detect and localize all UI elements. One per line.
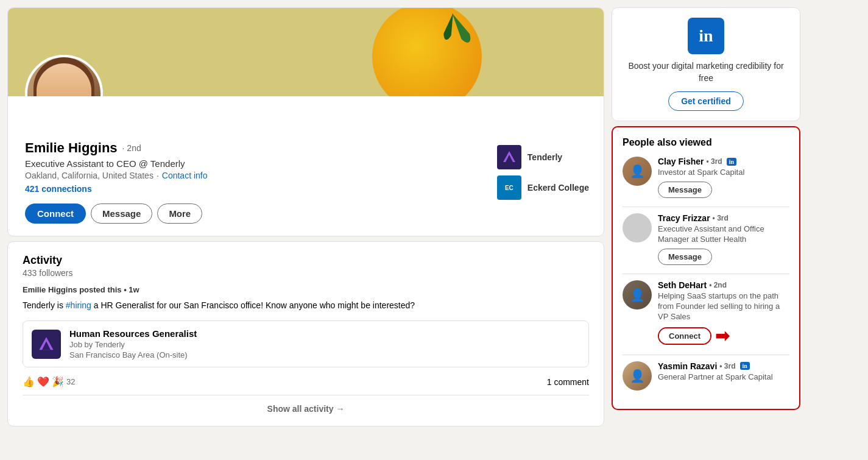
profile-name: Emilie Higgins <box>25 140 118 156</box>
more-button[interactable]: More <box>157 203 202 224</box>
profile-companies: Tenderly EC Eckerd College <box>497 140 589 200</box>
profile-banner <box>8 8 604 96</box>
post-text-prefix: Tenderly is <box>23 300 66 310</box>
tenderly-icon <box>502 150 517 165</box>
pav-name-2: Tracy Frizzar • 3rd <box>658 213 789 223</box>
company-item-eckerd[interactable]: EC Eckerd College <box>497 175 589 200</box>
reactions: 👍 ❤️ 🎉 32 <box>23 376 75 387</box>
show-all-activity[interactable]: Show all activity → <box>23 395 589 414</box>
people-also-viewed-title: People also viewed <box>623 137 789 148</box>
pav-connect-button-3[interactable]: Connect <box>659 328 710 344</box>
pav-person-1: 👤 Clay Fisher • 3rd in Investor at Spark… <box>623 157 789 198</box>
profile-info: Emilie Higgins · 2nd Executive Assistant… <box>25 140 497 224</box>
profile-name-row: Emilie Higgins · 2nd <box>25 140 497 156</box>
activity-followers: 433 followers <box>23 268 589 278</box>
pav-avatar-2 <box>623 213 652 242</box>
company-name-tenderly: Tenderly <box>528 152 562 162</box>
job-location: San Francisco Bay Area (On-site) <box>69 350 197 359</box>
activity-post-text: Tenderly is #hiring a HR Generalist for … <box>23 299 589 312</box>
message-button[interactable]: Message <box>91 203 152 224</box>
pav-divider-2 <box>623 274 789 274</box>
ad-text: Boost your digital marketing credibility… <box>622 60 790 84</box>
job-logo <box>32 330 61 359</box>
pav-name-3: Seth DeHart • 2nd <box>658 280 789 290</box>
red-arrow-icon: ➡ <box>715 326 729 346</box>
profile-title: Executive Assistant to CEO @ Tenderly <box>25 158 497 169</box>
connect-button[interactable]: Connect <box>25 203 86 224</box>
profile-actions: Connect Message More <box>25 203 497 224</box>
banner-decoration-orange <box>372 8 482 96</box>
linkedin-badge-4: in <box>740 362 750 370</box>
job-logo-icon <box>38 336 55 353</box>
pav-headline-3: Helping SaaS startups on the path from F… <box>658 291 789 322</box>
pav-headline-2: Executive Assistant and Office Manager a… <box>658 224 789 245</box>
contact-info-link[interactable]: Contact info <box>162 171 208 180</box>
connect-highlight-row: Connect ➡ <box>658 326 789 346</box>
right-sidebar: in Boost your digital marketing credibil… <box>612 7 800 453</box>
avatar-image <box>27 57 101 96</box>
activity-card: Activity 433 followers Emilie Higgins po… <box>7 241 604 426</box>
avatar <box>25 55 103 96</box>
pav-avatar-4: 👤 <box>623 361 652 391</box>
pav-headline-1: Investor at Spark Capital <box>658 168 789 178</box>
company-name-eckerd: Eckerd College <box>528 183 589 193</box>
post-text-suffix: a HR Generalist for our San Francisco of… <box>91 300 415 310</box>
pav-info-4: Yasmin Razavi • 3rd in General Partner a… <box>658 361 789 386</box>
profile-card: Emilie Higgins · 2nd Executive Assistant… <box>7 7 604 236</box>
profile-degree: · 2nd <box>122 143 141 153</box>
location-text: Oakland, California, United States <box>25 171 153 180</box>
pav-name-4: Yasmin Razavi • 3rd in <box>658 361 789 371</box>
tenderly-logo <box>497 145 521 169</box>
job-title: Human Resources Generalist <box>69 328 197 339</box>
pav-message-button-1[interactable]: Message <box>658 182 712 198</box>
get-certified-button[interactable]: Get certified <box>668 91 744 111</box>
show-all-label: Show all activity → <box>267 404 345 414</box>
pav-message-button-2[interactable]: Message <box>658 249 712 265</box>
pav-info-3: Seth DeHart • 2nd Helping SaaS startups … <box>658 280 789 346</box>
pav-person-2: Tracy Frizzar • 3rd Executive Assistant … <box>623 213 789 265</box>
pav-avatar-3: 👤 <box>623 280 652 310</box>
comments-count: 1 comment <box>547 377 589 387</box>
ad-card: in Boost your digital marketing credibil… <box>612 7 800 121</box>
job-card[interactable]: Human Resources Generalist Job by Tender… <box>23 320 589 367</box>
pav-avatar-1: 👤 <box>623 157 652 186</box>
activity-post-meta: Emilie Higgins posted this • 1w <box>23 285 589 294</box>
pav-person-3: 👤 Seth DeHart • 2nd Helping SaaS startup… <box>623 280 789 346</box>
company-item-tenderly[interactable]: Tenderly <box>497 145 589 169</box>
pav-name-1: Clay Fisher • 3rd in <box>658 157 789 166</box>
reaction-like-emoji: 👍 <box>23 376 35 387</box>
pav-divider-1 <box>623 207 789 207</box>
pav-headline-4: General Partner at Spark Capital <box>658 372 789 383</box>
activity-title: Activity <box>23 254 589 267</box>
pav-info-1: Clay Fisher • 3rd in Investor at Spark C… <box>658 157 789 198</box>
pav-divider-3 <box>623 355 789 355</box>
reactions-count: 32 <box>66 377 75 386</box>
linkedin-cert-logo: in <box>688 18 724 54</box>
job-info: Human Resources Generalist Job by Tender… <box>69 328 197 359</box>
linkedin-badge-1: in <box>727 158 736 166</box>
job-company: Job by Tenderly <box>69 340 197 349</box>
connect-highlight-box: Connect <box>658 327 711 345</box>
reaction-love-emoji: ❤️ <box>37 376 49 387</box>
pav-info-2: Tracy Frizzar • 3rd Executive Assistant … <box>658 213 789 265</box>
post-hashtag[interactable]: #hiring <box>66 300 91 310</box>
reaction-celebrate-emoji: 🎉 <box>52 376 64 387</box>
people-also-viewed-card: People also viewed 👤 Clay Fisher • 3rd i… <box>612 126 800 409</box>
profile-location: Oakland, California, United States · Con… <box>25 171 497 180</box>
eckerd-logo: EC <box>497 175 521 200</box>
activity-post-author-time: Emilie Higgins posted this • 1w <box>23 285 139 294</box>
activity-footer: 👍 ❤️ 🎉 32 1 comment <box>23 376 589 387</box>
connections-count[interactable]: 421 connections <box>25 184 497 194</box>
pav-person-4: 👤 Yasmin Razavi • 3rd in General Partner… <box>623 361 789 391</box>
